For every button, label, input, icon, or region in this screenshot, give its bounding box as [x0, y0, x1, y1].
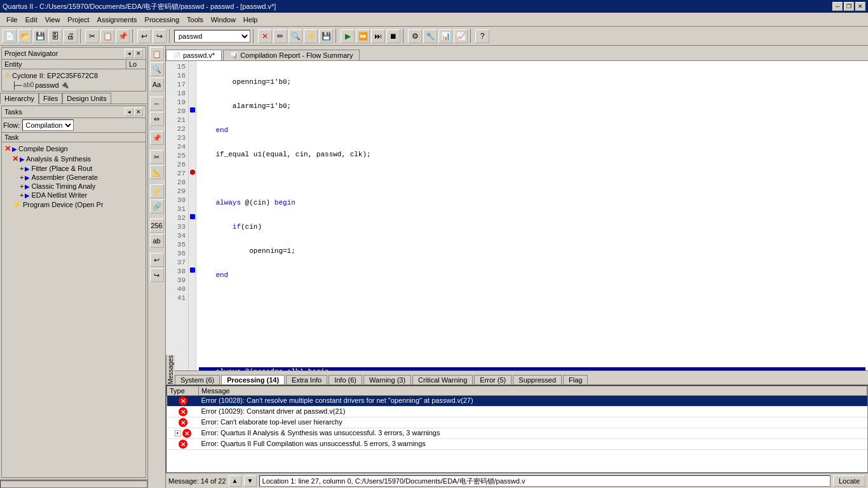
run-btn[interactable]: ▶ — [341, 29, 355, 43]
find-btn[interactable]: 🔍 — [288, 29, 302, 43]
msg-row-4[interactable]: + ✕ Error: Quartus II Analysis & Synthes… — [167, 428, 867, 439]
msg-row-2[interactable]: ✕ Error (10029): Constant driver at pass… — [167, 407, 867, 417]
edit-btn[interactable]: ✏ — [273, 29, 287, 43]
print-btn[interactable]: 🖨 — [64, 29, 78, 43]
menu-tools[interactable]: Tools — [183, 15, 207, 25]
menu-project[interactable]: Project — [64, 15, 93, 25]
msg-nav-down-btn[interactable]: ▼ — [244, 475, 257, 487]
undo-btn[interactable]: ↩ — [137, 29, 151, 43]
menu-view[interactable]: View — [41, 15, 64, 25]
task-compile[interactable]: ✕ ▶ Compile Design — [3, 144, 144, 154]
msg-row-3[interactable]: ✕ Error: Can't elaborate top-level user … — [167, 417, 867, 428]
tasks-close-btn[interactable]: ✕ — [134, 107, 143, 116]
nav-tabs: Hierarchy Files Design Units — [0, 93, 147, 104]
msg-tab-critical[interactable]: Critical Warning — [412, 375, 473, 384]
copy-btn[interactable]: 📋 — [100, 29, 114, 43]
task-timing-run-icon[interactable]: ▶ — [25, 183, 30, 190]
msg-tab-suppressed[interactable]: Suppressed — [513, 375, 562, 384]
msg-tab-processing[interactable]: Processing (14) — [221, 375, 285, 384]
msg-tab-warning[interactable]: Warning (3) — [363, 375, 411, 384]
vert-btn-9[interactable]: ⚡ — [150, 184, 164, 198]
tool4-btn[interactable]: 📈 — [454, 29, 468, 43]
msg-tab-info[interactable]: Info (6) — [329, 375, 362, 384]
vert-btn-8[interactable]: 📐 — [150, 165, 164, 179]
file-item[interactable]: ├─ ab0 passwd 🔌 — [3, 80, 144, 90]
tab-passwd-v[interactable]: 📄 passwd.v* — [166, 50, 222, 60]
vert-btn-12[interactable]: ab — [150, 234, 164, 248]
task-eda[interactable]: + ▶ EDA Netlist Writer — [3, 191, 144, 200]
task-analysis[interactable]: ✕ ▶ Analysis & Synthesis — [3, 154, 144, 164]
vert-btn-3[interactable]: Aa — [150, 78, 164, 92]
vert-btn-1[interactable]: 📋 — [150, 47, 164, 61]
menu-file[interactable]: File — [3, 15, 22, 25]
redo-btn[interactable]: ↪ — [153, 29, 166, 43]
vert-btn-2[interactable]: 🔍 — [150, 62, 164, 76]
compile-btn[interactable]: ✕ — [258, 29, 272, 43]
tab-files[interactable]: Files — [39, 93, 62, 104]
left-hscrollbar[interactable] — [0, 479, 147, 488]
tool3-btn[interactable]: 📊 — [438, 29, 452, 43]
task-fitter[interactable]: + ▶ Fitter (Place & Rout — [3, 164, 144, 173]
restore-button[interactable]: ❐ — [844, 2, 854, 11]
cut-btn[interactable]: ✂ — [85, 29, 99, 43]
tool2-btn[interactable]: 🔧 — [423, 29, 437, 43]
tasks-pin-btn[interactable]: ◂ — [125, 107, 133, 116]
task-fitter-run-icon[interactable]: ▶ — [25, 165, 30, 172]
menu-edit[interactable]: Edit — [22, 15, 41, 25]
open-btn[interactable]: 📂 — [18, 29, 32, 43]
code-content[interactable]: openning=1'b0; alarming=1'b0; end if_equ… — [196, 61, 868, 370]
line-num-24: 24 — [168, 142, 186, 151]
menu-assignments[interactable]: Assignments — [93, 15, 141, 25]
task-compile-run-icon[interactable]: ▶ — [12, 146, 17, 152]
vert-btn-6[interactable]: 📌 — [150, 131, 164, 145]
msg-row-5[interactable]: ✕ Error: Quartus II Full Compilation was… — [167, 439, 867, 450]
tool1-btn[interactable]: ⚙ — [408, 29, 422, 43]
task-program[interactable]: ⚡ Program Device (Open Pr — [3, 200, 144, 210]
nav-pin-btn[interactable]: ◂ — [125, 49, 133, 58]
new-btn[interactable]: 📄 — [3, 29, 17, 43]
vert-btn-10[interactable]: 🔗 — [150, 200, 164, 214]
nav-close-btn[interactable]: ✕ — [134, 49, 143, 58]
tab-design-units[interactable]: Design Units — [62, 93, 111, 104]
msg-table-area[interactable]: Type Message ✕ Error (10028): Can't reso… — [166, 385, 868, 473]
save-all-btn[interactable]: 🗄 — [48, 29, 62, 43]
task-eda-run-icon[interactable]: ▶ — [25, 192, 30, 199]
stop-btn[interactable]: ⏹ — [386, 29, 400, 43]
tab-hierarchy[interactable]: Hierarchy — [0, 93, 39, 104]
entity-combo[interactable]: passwd — [174, 30, 250, 43]
tab-compilation-report[interactable]: 📊 Compilation Report - Flow Summary — [223, 50, 360, 60]
msg-row-1[interactable]: ✕ Error (10028): Can't resolve multiple … — [167, 396, 867, 407]
filter-btn[interactable]: ⚡ — [304, 29, 318, 43]
task-analysis-run-icon[interactable]: ▶ — [20, 156, 25, 163]
code-editor[interactable]: 15 16 17 18 19 20 21 22 23 24 25 26 27 2… — [166, 61, 868, 370]
menu-processing[interactable]: Processing — [141, 15, 183, 25]
menu-window[interactable]: Window — [207, 15, 240, 25]
paste-btn[interactable]: 📌 — [116, 29, 130, 43]
msg-nav-up-btn[interactable]: ▲ — [229, 475, 241, 487]
msg-tab-system[interactable]: System (6) — [175, 375, 220, 384]
menu-help[interactable]: Help — [240, 15, 262, 25]
msg-tab-error[interactable]: Error (5) — [474, 375, 512, 384]
vert-btn-7[interactable]: ✂ — [150, 150, 164, 164]
msg-tab-extrainfo[interactable]: Extra Info — [286, 375, 327, 384]
device-item[interactable]: ⚠ Cyclone II: EP2C35F672C8 — [3, 71, 144, 80]
chip-btn[interactable]: 💾 — [319, 29, 333, 43]
expand-btn-4[interactable]: + — [175, 430, 181, 437]
vert-btn-11[interactable]: 256 — [150, 219, 164, 233]
vert-btn-5[interactable]: ⇔ — [150, 112, 164, 126]
help-btn[interactable]: ? — [475, 29, 489, 43]
step-btn[interactable]: ⏩ — [356, 29, 370, 43]
task-assembler-run-icon[interactable]: ▶ — [25, 174, 30, 181]
vert-btn-4[interactable]: ↔ — [150, 97, 164, 111]
close-button[interactable]: ✕ — [855, 2, 865, 11]
msg-tab-flag[interactable]: Flag — [563, 375, 588, 384]
task-timing[interactable]: + ▶ Classic Timing Analy — [3, 182, 144, 191]
locate-button[interactable]: Locate — [833, 475, 865, 487]
minimize-button[interactable]: ─ — [832, 2, 843, 11]
tasks-flow-combo[interactable]: Compilation — [22, 119, 74, 131]
task-assembler[interactable]: + ▶ Assembler (Generate — [3, 173, 144, 182]
step2-btn[interactable]: ⏭ — [371, 29, 385, 43]
vert-btn-13[interactable]: ↩ — [150, 253, 164, 267]
vert-btn-14[interactable]: ↪ — [150, 268, 164, 282]
save-btn[interactable]: 💾 — [33, 29, 47, 43]
